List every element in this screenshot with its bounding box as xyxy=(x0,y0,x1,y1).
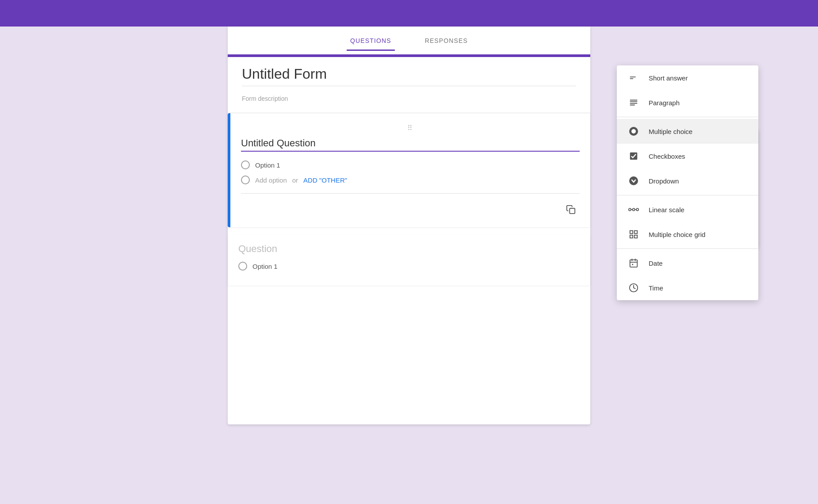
menu-item-date[interactable]: Date xyxy=(617,251,758,275)
menu-label-linear-scale: Linear scale xyxy=(649,206,684,214)
menu-item-paragraph[interactable]: Paragraph xyxy=(617,90,758,115)
menu-label-short-answer: Short answer xyxy=(649,74,688,82)
option-row-1: Option 1 xyxy=(241,160,580,169)
menu-label-multiple-choice-grid: Multiple choice grid xyxy=(649,231,705,238)
menu-item-checkboxes[interactable]: Checkboxes xyxy=(617,144,758,168)
tab-responses[interactable]: RESPONSES xyxy=(421,32,471,51)
menu-item-short-answer[interactable]: Short answer xyxy=(617,65,758,90)
svg-point-5 xyxy=(629,208,631,210)
question-card-active: ⠿ Option 1 Add option or ADD "OTHER" xyxy=(228,113,590,227)
short-answer-icon xyxy=(627,72,640,84)
menu-item-multiple-choice[interactable]: Multiple choice xyxy=(617,119,758,144)
menu-divider-1 xyxy=(617,117,758,117)
tabs-row: QUESTIONS RESPONSES xyxy=(228,27,590,51)
svg-rect-11 xyxy=(635,231,637,233)
copy-button[interactable] xyxy=(562,201,580,218)
svg-rect-12 xyxy=(630,235,633,238)
date-icon xyxy=(627,257,640,269)
menu-divider-3 xyxy=(617,248,758,249)
question-card-secondary: Question Option 1 xyxy=(228,234,590,286)
svg-point-7 xyxy=(632,208,635,210)
svg-rect-10 xyxy=(630,231,633,233)
main-area: QUESTIONS RESPONSES Untitled Form Form d… xyxy=(0,27,818,424)
multiple-choice-icon xyxy=(627,125,640,137)
form-title[interactable]: Untitled Form xyxy=(242,66,576,86)
menu-label-dropdown: Dropdown xyxy=(649,177,679,185)
question-title-input[interactable] xyxy=(241,137,580,152)
second-option-row-1: Option 1 xyxy=(238,262,580,271)
svg-rect-14 xyxy=(630,260,638,267)
form-description[interactable]: Form description xyxy=(242,93,576,104)
svg-point-2 xyxy=(631,129,636,134)
menu-item-multiple-choice-grid[interactable]: Multiple choice grid xyxy=(617,222,758,247)
form-header: Untitled Form Form description xyxy=(228,54,590,113)
dropdown-menu: Short answer Paragraph xyxy=(617,65,758,300)
top-bar xyxy=(0,0,818,27)
drag-handle: ⠿ xyxy=(241,122,580,137)
paragraph-icon xyxy=(627,96,640,109)
svg-rect-18 xyxy=(632,264,633,265)
or-text: or xyxy=(292,176,298,184)
tab-questions[interactable]: QUESTIONS xyxy=(347,32,395,51)
menu-divider-2 xyxy=(617,195,758,195)
radio-circle-1 xyxy=(241,160,250,169)
menu-label-paragraph: Paragraph xyxy=(649,99,680,107)
svg-point-9 xyxy=(636,208,638,210)
content-wrapper: QUESTIONS RESPONSES Untitled Form Form d… xyxy=(228,27,590,424)
menu-label-checkboxes: Checkboxes xyxy=(649,153,685,160)
checkboxes-icon xyxy=(627,150,640,162)
radio-circle-add xyxy=(241,176,250,184)
add-option-text[interactable]: Add option xyxy=(255,176,287,184)
time-icon xyxy=(627,282,640,294)
menu-item-dropdown[interactable]: Dropdown xyxy=(617,168,758,193)
add-option-row: Add option or ADD "OTHER" xyxy=(241,176,580,184)
menu-label-multiple-choice: Multiple choice xyxy=(649,128,692,135)
form-container: QUESTIONS RESPONSES Untitled Form Form d… xyxy=(228,27,590,424)
menu-item-time[interactable]: Time xyxy=(617,275,758,300)
linear-scale-icon xyxy=(627,203,640,216)
add-other-link[interactable]: ADD "OTHER" xyxy=(303,176,347,184)
svg-rect-13 xyxy=(635,235,637,238)
menu-label-time: Time xyxy=(649,284,663,292)
second-radio-circle-1 xyxy=(238,262,247,271)
menu-item-linear-scale[interactable]: Linear scale xyxy=(617,197,758,222)
menu-label-date: Date xyxy=(649,260,663,267)
dropdown-icon xyxy=(627,175,640,187)
svg-rect-0 xyxy=(570,208,575,214)
second-question-title[interactable]: Question xyxy=(238,243,580,255)
card-footer xyxy=(241,193,580,218)
svg-point-4 xyxy=(629,176,638,185)
option-text-1: Option 1 xyxy=(255,161,280,169)
second-option-text-1: Option 1 xyxy=(252,263,278,270)
multiple-choice-grid-icon xyxy=(627,228,640,241)
